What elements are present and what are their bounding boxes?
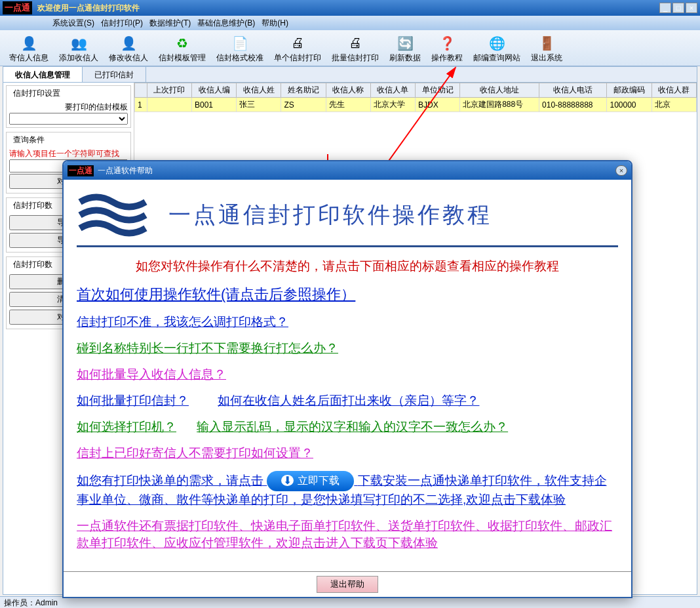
ico-user-icon (20, 34, 38, 52)
toolbar-5[interactable]: 单个信封打印 (269, 31, 326, 66)
col-header[interactable]: 收信人姓 (237, 83, 281, 98)
toolbar-3[interactable]: 信封模板管理 (153, 31, 211, 66)
ico-doc-icon (231, 34, 249, 52)
toolbar-10[interactable]: 退出系统 (526, 31, 568, 66)
print-settings-title: 信封打印设置 (12, 88, 62, 99)
ico-ie-icon (488, 34, 506, 52)
link-batch-print[interactable]: 如何批量打印信封？ (77, 392, 189, 409)
toolbar-7[interactable]: 刷新数据 (384, 31, 426, 66)
col-header[interactable]: 单位助记 (415, 83, 459, 98)
wave-logo-icon (77, 189, 155, 241)
ico-recy-icon (173, 34, 191, 52)
query-title: 查询条件 (12, 134, 46, 146)
menu-data[interactable]: 数据维护(T) (149, 18, 191, 29)
menu-bar: 系统设置(S) 信封打印(P) 数据维护(T) 基础信息维护(B) 帮助(H) (0, 16, 700, 30)
import-group-title: 信封打印数 (12, 200, 54, 211)
toolbar-4[interactable]: 信封格式校准 (211, 31, 269, 66)
link-name-suffix[interactable]: 如何在收信人姓名后面打出来收（亲启）等字？ (218, 392, 479, 409)
dialog-heading: 一点通信封打印软件操作教程 (168, 200, 492, 230)
toolbar-2[interactable]: 修改收信人 (104, 31, 153, 66)
menu-help[interactable]: 帮助(H) (262, 18, 288, 29)
col-header[interactable]: 收信人群 (651, 83, 696, 98)
ico-pn-icon (346, 34, 364, 52)
menu-baseinfo[interactable]: 基础信息维护(B) (197, 18, 255, 29)
tab-recipients[interactable]: 收信人信息管理 (3, 67, 83, 82)
ico-add-icon (69, 34, 88, 52)
maximize-button[interactable]: □ (672, 3, 684, 13)
col-header[interactable]: 收信人单 (370, 83, 415, 98)
manage-group-title: 信封打印数 (12, 259, 54, 270)
ico-exit-icon (537, 34, 556, 52)
col-header[interactable]: 上次打印 (147, 83, 191, 98)
query-hint: 请输入项目任一个字符即可查找 (9, 148, 128, 159)
table-row[interactable]: 1B001张三ZS先生北京大学BJDX北京建国路888号010-88888888… (135, 98, 697, 112)
help-dialog: 一点通 一点通软件帮助 × 一点通信封打印软件操作教程 如您对软件操作有什么不清… (62, 160, 632, 598)
dialog-intro: 如您对软件操作有什么不清楚的，请点击下面相应的标题查看相应的操作教程 (77, 258, 618, 275)
link-preprinted[interactable]: 信封上已印好寄信人不需要打印如何设置？ (77, 445, 313, 462)
template-label: 要打印的信封模板 (9, 102, 128, 113)
toolbar-6[interactable]: 批量信封打印 (326, 31, 384, 66)
col-header[interactable]: 收信人地址 (460, 83, 539, 98)
ico-help-icon (438, 34, 456, 52)
download-now-button[interactable]: 立即下载 (267, 471, 354, 491)
col-header[interactable]: 收信人编 (191, 83, 236, 98)
toolbar-1[interactable]: 添加收信人 (54, 31, 104, 66)
link-garbled[interactable]: 输入显示乱码，显示的汉字和输入的汉字不一致怎么办？ (197, 418, 508, 436)
menu-print[interactable]: 信封打印(P) (101, 18, 143, 29)
dialog-close-button[interactable]: × (615, 165, 627, 176)
link-download-express[interactable]: 如您有打印快递单的需求，请点击 立即下载 下载安装一点通快递单打印软件，软件支持… (77, 471, 618, 508)
col-header[interactable]: 收信人称 (326, 83, 370, 98)
dialog-footer: 退出帮助 (64, 571, 631, 597)
link-first-use[interactable]: 首次如何使用操作软件(请点击后参照操作） (77, 285, 355, 304)
template-select[interactable] (9, 113, 128, 125)
link-select-printer[interactable]: 如何选择打印机？ (77, 418, 176, 436)
col-header[interactable]: 姓名助记 (281, 83, 326, 98)
ico-p1-icon (288, 34, 307, 52)
dialog-logo: 一点通 (68, 165, 94, 176)
minimize-button[interactable]: _ (659, 3, 671, 13)
col-header[interactable]: 收信人电话 (539, 83, 607, 98)
ico-edit-icon (119, 34, 138, 52)
tab-printed[interactable]: 已打印信封 (83, 67, 146, 82)
title-bar: 一点通 欢迎使用一点通信封打印软件 _ □ × (0, 0, 700, 16)
link-long-name[interactable]: 碰到名称特别长一行打不下需要换行打怎么办？ (77, 340, 338, 357)
link-import[interactable]: 如何批量导入收信人信息？ (77, 366, 226, 383)
exit-help-button[interactable]: 退出帮助 (317, 576, 378, 593)
menu-system[interactable]: 系统设置(S) (52, 18, 94, 29)
dialog-body: 一点通信封打印软件操作教程 如您对软件操作有什么不清楚的，请点击下面相应的标题查… (64, 180, 631, 571)
toolbar-0[interactable]: 寄信人信息 (4, 31, 54, 66)
toolbar: 寄信人信息添加收信人修改收信人信封模板管理信封格式校准单个信封打印批量信封打印刷… (0, 30, 700, 66)
toolbar-8[interactable]: 操作教程 (426, 31, 468, 66)
col-header[interactable] (135, 83, 147, 98)
link-inaccurate[interactable]: 信封打印不准，我该怎么调打印格式？ (77, 314, 288, 331)
ico-ref-icon (396, 34, 414, 52)
toolbar-9[interactable]: 邮编查询网站 (468, 31, 526, 66)
recipient-table[interactable]: 上次打印收信人编收信人姓姓名助记收信人称收信人单单位助记收信人地址收信人电话邮政… (134, 83, 697, 112)
dialog-titlebar: 一点通 一点通软件帮助 × (64, 161, 631, 180)
dialog-title: 一点通软件帮助 (98, 165, 615, 176)
link-more-software[interactable]: 一点通软件还有票据打印软件、快递电子面单打印软件、送货单打印软件、收据打印软件、… (77, 517, 618, 552)
close-button[interactable]: × (686, 3, 697, 13)
app-logo: 一点通 (3, 1, 32, 14)
app-title: 欢迎使用一点通信封打印软件 (37, 3, 659, 14)
col-header[interactable]: 邮政编码 (607, 83, 651, 98)
tabs: 收信人信息管理 已打印信封 (3, 67, 697, 83)
